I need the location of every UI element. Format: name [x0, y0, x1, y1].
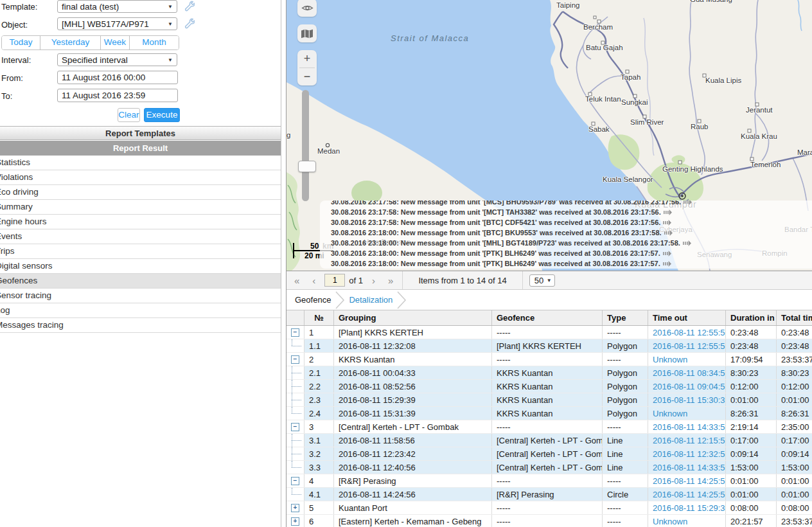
- time-out-link[interactable]: 2016-08-11 14:25:56: [653, 490, 726, 499]
- row-number-cell-value: 2.2: [309, 382, 321, 391]
- zoom-out-button[interactable]: −: [297, 68, 317, 85]
- yesterday-button[interactable]: Yesterday: [40, 36, 101, 49]
- template-item-engine-hours[interactable]: Engine hours: [0, 215, 281, 229]
- table-row[interactable]: −4[R&R] Perasing----------2016-08-11 14:…: [287, 474, 812, 488]
- collapse-row-icon[interactable]: −: [291, 355, 299, 364]
- template-item-label: Trips: [0, 244, 15, 258]
- eye-icon: [301, 4, 313, 12]
- table-row[interactable]: +6[Eastern] Kerteh - Kemaman - Gebeng---…: [287, 515, 812, 527]
- time-out-link[interactable]: Unknown: [653, 517, 687, 526]
- today-button[interactable]: Today: [2, 36, 40, 49]
- table-row[interactable]: 2.12016-08-11 00:04:33KKRS KuantanPolygo…: [287, 366, 812, 380]
- table-row[interactable]: 2.22016-08-11 08:52:56KKRS KuantanPolygo…: [287, 380, 812, 393]
- map-layers-button[interactable]: [297, 24, 317, 42]
- total-time-cell: 0:23:48: [777, 326, 812, 339]
- template-item-sensor-tracing[interactable]: Sensor tracing: [0, 289, 281, 303]
- geofence-cell: KKRS Kuantan: [492, 393, 603, 406]
- to-date-input[interactable]: [57, 89, 178, 102]
- template-item-events[interactable]: Events: [0, 229, 281, 244]
- grouping-cell: 2016-08-11 12:40:56: [334, 461, 492, 474]
- table-row[interactable]: 3.12016-08-11 11:58:56[Central] Kerteh -…: [287, 434, 812, 447]
- table-row[interactable]: 2.42016-08-11 15:31:39KKRS KuantanPolygo…: [287, 407, 812, 420]
- template-item-statistics[interactable]: Statistics: [0, 156, 281, 170]
- time-out-link[interactable]: 2016-08-11 14:25:56: [653, 476, 726, 486]
- object-settings-wrench-icon[interactable]: [183, 17, 195, 29]
- grouping-cell-value: 2016-08-11 15:29:39: [339, 395, 416, 405]
- expand-row-icon[interactable]: +: [291, 504, 299, 512]
- next-page-button[interactable]: ›: [369, 275, 378, 286]
- execute-button[interactable]: Execute: [144, 108, 180, 122]
- template-item-geofences[interactable]: Geofences: [0, 274, 281, 289]
- time-out-link[interactable]: 2016-08-11 12:55:56: [653, 328, 726, 337]
- time-out-link[interactable]: 2016-08-11 14:33:56: [653, 463, 726, 472]
- time-out-link[interactable]: 2016-08-11 15:30:39: [653, 395, 726, 405]
- goto-message-icon[interactable]: [683, 240, 691, 246]
- goto-message-icon[interactable]: [664, 230, 673, 236]
- geofence-cell: -----: [492, 501, 603, 514]
- duration-in-cell-value: 0:01:00: [730, 476, 758, 486]
- collapse-row-icon[interactable]: −: [291, 328, 299, 337]
- total-time-cell: 2:35:00: [777, 420, 812, 433]
- table-row[interactable]: 2.32016-08-11 15:29:39KKRS KuantanPolygo…: [287, 393, 812, 407]
- table-row[interactable]: 4.12016-08-11 14:24:56[R&R] PerasingCirc…: [287, 488, 812, 501]
- month-button[interactable]: Month: [130, 36, 179, 49]
- template-item-eco-driving[interactable]: Eco driving: [0, 185, 281, 200]
- template-item-digital-sensors[interactable]: Digital sensors: [0, 259, 281, 274]
- expand-row-icon[interactable]: +: [291, 517, 299, 526]
- table-row[interactable]: 3.22016-08-11 12:23:42[Central] Kerteh -…: [287, 447, 812, 461]
- template-item-log[interactable]: Log: [0, 303, 281, 318]
- collapse-row-icon[interactable]: −: [291, 477, 299, 485]
- time-out-link[interactable]: Unknown: [653, 355, 687, 364]
- table-row[interactable]: 3.32016-08-11 12:40:56[Central] Kerteh -…: [287, 461, 812, 474]
- goto-message-icon[interactable]: [684, 201, 692, 205]
- table-row[interactable]: −3[Central] Kerteh - LPT - Gombak-------…: [287, 420, 812, 434]
- time-out-link[interactable]: 2016-08-11 08:34:56: [653, 368, 726, 378]
- zoom-in-button[interactable]: +: [297, 50, 317, 67]
- visibility-eye-button[interactable]: [297, 0, 317, 17]
- goto-message-icon[interactable]: [663, 251, 671, 256]
- template-select[interactable]: final data (test) ▼: [57, 0, 177, 13]
- template-item-label: Statistics: [0, 156, 30, 170]
- last-page-button[interactable]: »: [385, 275, 396, 286]
- time-out-link[interactable]: Unknown: [653, 409, 687, 418]
- tab-geofence[interactable]: Geofence: [295, 295, 331, 305]
- tab-detalization[interactable]: Detalization: [349, 295, 393, 305]
- tree-branch-icon: [292, 434, 302, 447]
- time-out-link[interactable]: 2016-08-11 12:15:56: [653, 436, 726, 445]
- map[interactable]: Strait of MalaccaTaipingGua MusangBercha…: [287, 0, 812, 271]
- goto-message-icon[interactable]: [663, 220, 671, 226]
- template-settings-wrench-icon[interactable]: [183, 0, 195, 12]
- template-item-summary[interactable]: Summary: [0, 200, 281, 215]
- zoom-control: + −: [297, 50, 317, 85]
- template-item-label: Geofences: [0, 274, 37, 288]
- interval-select[interactable]: Specified interval ▼: [57, 53, 177, 66]
- time-out-link[interactable]: 2016-08-11 12:55:56: [653, 341, 726, 351]
- page-size-select[interactable]: 50 ▼: [529, 274, 555, 287]
- page-number-input[interactable]: [324, 274, 345, 287]
- table-row[interactable]: −2KKRS Kuantan----------Unknown17:09:542…: [287, 353, 812, 366]
- template-item-trips[interactable]: Trips: [0, 244, 281, 259]
- goto-message-icon[interactable]: [663, 261, 671, 267]
- zoom-slider-track[interactable]: [302, 90, 309, 201]
- week-button[interactable]: Week: [101, 36, 130, 49]
- collapse-row-icon[interactable]: −: [291, 423, 299, 431]
- clear-button[interactable]: Clear: [118, 108, 140, 122]
- time-out-link[interactable]: 2016-08-11 15:29:39: [653, 503, 726, 513]
- time-out-link[interactable]: 2016-08-11 14:33:56: [653, 422, 726, 432]
- template-item-messages-tracing[interactable]: Messages tracing: [0, 318, 281, 333]
- table-row[interactable]: 1.12016-08-11 12:32:08[Plant] KKRS KERTE…: [287, 339, 812, 353]
- template-item-label: Digital sensors: [0, 259, 53, 273]
- object-select[interactable]: [MHL] WB5177A/P971 ▼: [57, 17, 177, 30]
- template-item-violations[interactable]: Violations: [0, 170, 281, 185]
- quick-interval-buttons: Today Yesterday Week Month: [1, 35, 179, 50]
- prev-page-button[interactable]: ‹: [310, 275, 318, 286]
- goto-message-icon[interactable]: [664, 210, 672, 215]
- time-out-link[interactable]: 2016-08-11 09:04:56: [653, 382, 726, 391]
- log-line: 30.08.2016 23:18:00: New message from un…: [320, 228, 812, 238]
- zoom-slider-handle[interactable]: [298, 161, 316, 172]
- table-row[interactable]: +5Kuantan Port----------2016-08-11 15:29…: [287, 501, 812, 515]
- table-row[interactable]: −1[Plant] KKRS KERTEH----------2016-08-1…: [287, 326, 812, 339]
- from-date-input[interactable]: [57, 71, 178, 84]
- first-page-button[interactable]: «: [292, 275, 302, 286]
- time-out-link[interactable]: 2016-08-11 12:32:56: [653, 449, 726, 459]
